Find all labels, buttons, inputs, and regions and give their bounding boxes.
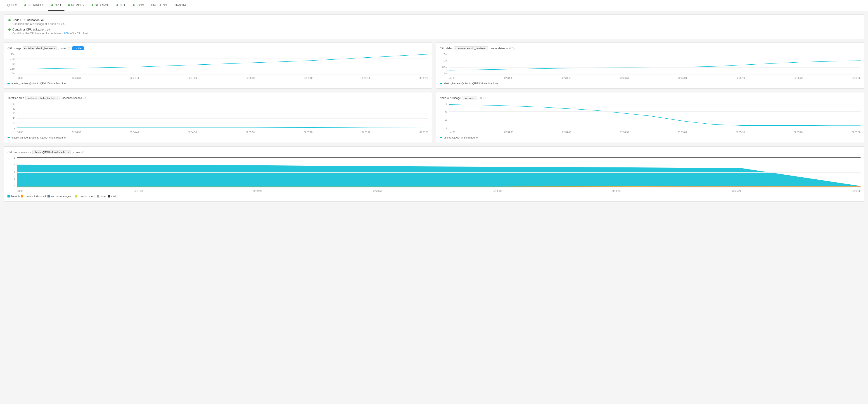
node-cpu-usage-plot: [449, 103, 861, 129]
node-cpu-status-dot: [8, 19, 11, 21]
container-cpu-status-dot: [8, 29, 11, 31]
legend-coroot-color: [75, 195, 78, 198]
tab-net[interactable]: NET: [113, 0, 129, 11]
legend-label: elastic_bardeen@ubuntu-QEMU-Virtual-Mach…: [444, 82, 498, 85]
node-cpu-usage-y-axis: 60 40 20 0: [440, 103, 448, 129]
cpu-usage-chart-area: 10m 7.5m 5m 2.5m 0m Jul 03 02:34:30 02:3…: [7, 53, 428, 80]
legend-ferretdb-color: [7, 195, 10, 198]
tab-cpu[interactable]: CPU: [48, 0, 64, 11]
throttled-time-chart-area: 100 80 60 40 20 0 Jul 03 02:34:30: [7, 103, 428, 134]
legend-other-label: other: [101, 195, 106, 198]
cpu-consumers-x-axis: Jul 03 02:34:30 02:34:40 02:34:50 02:35:…: [17, 189, 861, 193]
tab-memory-label: MEMORY: [71, 3, 84, 7]
node-cpu-usage-x-axis: Jul 03 02:34:30 02:34:40 02:34:50 02:35:…: [449, 130, 861, 134]
chart-node-cpu-usage: Node CPU usage overview ▾ , % ⓘ 60 40 20…: [436, 92, 864, 143]
tab-slo[interactable]: SLO: [4, 0, 21, 11]
throttled-time-legend: elastic_bardeen@ubuntu-QEMU-Virtual-Mach…: [7, 136, 428, 139]
tab-net-label: NET: [120, 3, 126, 7]
info-icon[interactable]: ⓘ: [82, 151, 84, 154]
legend-clickhouse-label: coroot-clickhouse-1: [25, 195, 46, 198]
cpu-usage-legend: elastic_bardeen@ubuntu-QEMU-Virtual-Mach…: [7, 82, 428, 85]
node-cpu-usage-dropdown[interactable]: overview ▾: [462, 96, 477, 100]
logs-dot: [133, 4, 134, 6]
throttled-time-plot: [17, 103, 428, 129]
chevron-down-icon: ▾: [57, 97, 58, 99]
legend-color: [440, 137, 442, 138]
legend-color: [7, 137, 10, 138]
chevron-down-icon: ▾: [68, 151, 69, 154]
tab-tracing[interactable]: TRACING: [171, 0, 191, 11]
info-icon[interactable]: ⓘ: [68, 47, 70, 50]
cpu-consumers-title: CPU consumers on: [7, 151, 31, 154]
node-cpu-status-label: Node CPU utilization: ok: [12, 18, 44, 22]
legend-nodeagent-color: [48, 195, 50, 198]
tab-storage[interactable]: STORAGE: [88, 0, 113, 11]
legend-clickhouse-color: [21, 195, 23, 198]
cpu-consumers-chart-area: 4 3 2 1 0: [7, 157, 861, 193]
cpu-usage-plot: [17, 53, 428, 75]
legend-color: [440, 83, 442, 84]
legend-coroot-label: coroot-coroot-1: [79, 195, 96, 198]
cpu-delay-x-axis: Jul 03 02:34:30 02:34:40 02:34:50 02:35:…: [449, 76, 861, 80]
tab-bar: SLO INSTANCES CPU MEMORY STORAGE NET LOG…: [0, 0, 868, 11]
tab-profiling-label: PROFILING: [151, 3, 167, 7]
profile-button[interactable]: profile: [72, 46, 84, 50]
info-icon[interactable]: ⓘ: [84, 97, 86, 100]
tab-instances[interactable]: INSTANCES: [21, 0, 48, 11]
throttled-time-dropdown[interactable]: container: elastic_bardeen ▾: [25, 96, 60, 100]
charts-grid: CPU usage container: elastic_bardeen ▾ ,…: [4, 42, 864, 202]
memory-dot: [68, 4, 70, 6]
legend-label: ubuntu-QEMU-Virtual-Machine: [444, 136, 478, 139]
container-cpu-condition: Condition: the CPU usage of a container …: [12, 32, 860, 35]
cpu-consumers-dropdown[interactable]: ubuntu-QEMU-Virtual-Machi... ▾: [32, 150, 70, 154]
legend-other-color: [97, 195, 99, 198]
tab-cpu-label: CPU: [55, 3, 61, 7]
chart-throttled-time: Throttled time container: elastic_bardee…: [4, 92, 432, 143]
chart-cpu-consumers: CPU consumers on ubuntu-QEMU-Virtual-Mac…: [4, 146, 864, 202]
legend-total-color: [107, 195, 110, 198]
legend-ferretdb-label: ferretdb: [11, 195, 20, 198]
tab-logs-label: LOGS: [136, 3, 144, 7]
legend-label: elastic_bardeen@ubuntu-QEMU-Virtual-Mach…: [11, 82, 66, 85]
tab-memory[interactable]: MEMORY: [64, 0, 88, 11]
throttled-time-x-axis: Jul 03 02:34:30 02:34:40 02:34:50 02:35:…: [17, 130, 428, 134]
storage-dot: [92, 4, 93, 6]
legend-nodeagent-label: coroot-node-agent-1: [51, 195, 74, 198]
tab-profiling[interactable]: PROFILING: [148, 0, 171, 11]
cpu-usage-title: CPU usage: [7, 47, 21, 50]
cpu-usage-y-axis: 10m 7.5m 5m 2.5m 0m: [7, 53, 16, 75]
cpu-consumers-legend: ferretdb coroot-clickhouse-1 coroot-node…: [7, 195, 861, 198]
net-dot: [117, 4, 118, 6]
status-node-cpu: Node CPU utilization: ok Condition: the …: [8, 18, 860, 26]
slo-radio: [7, 4, 10, 6]
legend-color: [7, 83, 10, 84]
cpu-delay-plot: [449, 53, 861, 75]
node-cpu-condition: Condition: the CPU usage of a node > 80%: [12, 22, 860, 26]
info-icon[interactable]: ⓘ: [512, 47, 515, 50]
legend-total-label: total: [111, 195, 116, 198]
tab-slo-label: SLO: [11, 3, 17, 7]
node-cpu-usage-svg: [450, 103, 861, 129]
node-cpu-usage-title: Node CPU usage: [440, 97, 461, 100]
cpu-delay-chart-area: 1.5m 1m 0.5m 0m Jul 03 02:34:30 02:34:40…: [440, 53, 861, 80]
cpu-usage-dropdown[interactable]: container: elastic_bardeen ▾: [23, 46, 57, 50]
svg-marker-1: [17, 165, 861, 187]
node-cpu-usage-chart-area: 60 40 20 0 Jul 03 02:34:30 02:34:40 02:3…: [440, 103, 861, 134]
tab-logs[interactable]: LOGS: [129, 0, 148, 11]
info-icon[interactable]: ⓘ: [484, 97, 486, 100]
cpu-dot: [51, 4, 53, 6]
throttled-time-title: Throttled time: [7, 97, 24, 100]
container-cpu-status-label: Container CPU utilization: ok: [12, 28, 50, 31]
cpu-delay-legend: elastic_bardeen@ubuntu-QEMU-Virtual-Mach…: [440, 82, 861, 85]
throttled-time-y-axis: 100 80 60 40 20 0: [7, 103, 16, 129]
chart-cpu-usage: CPU usage container: elastic_bardeen ▾ ,…: [4, 42, 432, 89]
tab-storage-label: STORAGE: [95, 3, 109, 7]
chevron-down-icon: ▾: [54, 47, 55, 49]
status-panel: Node CPU utilization: ok Condition: the …: [4, 14, 864, 39]
cpu-consumers-y-axis: 4 3 2 1 0: [7, 157, 16, 188]
cpu-delay-svg: [450, 53, 861, 74]
node-cpu-usage-legend: ubuntu-QEMU-Virtual-Machine: [440, 136, 861, 139]
cpu-delay-dropdown[interactable]: container: elastic_bardeen ▾: [454, 46, 488, 50]
cpu-consumers-plot: [17, 157, 861, 188]
tab-tracing-label: TRACING: [174, 3, 188, 7]
